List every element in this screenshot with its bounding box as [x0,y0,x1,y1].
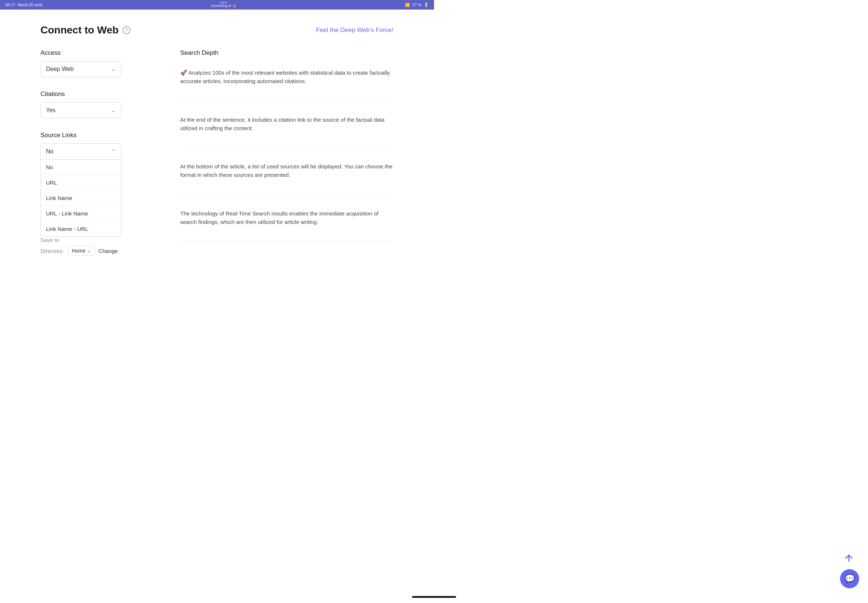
citations-value: Yes [46,107,56,114]
access-label: Access [40,49,151,57]
settings-right: Search Depth 🚀 Analyzes 100s of the most… [180,49,393,255]
status-time-date: 08:17 Mardi 20 août [5,3,42,7]
main-content: Connect to Web ? Feel the Deep Web's For… [0,9,434,285]
dropdown-item-no[interactable]: No [41,159,121,175]
wifi-icon: 📶 [405,3,410,7]
access-group: Access Deep Web ⌄ [40,49,151,77]
directory-chevron-icon: ⌄ [87,248,91,254]
access-chevron-icon: ⌄ [111,66,116,72]
citations-label: Citations [40,90,151,98]
settings-layout: Access Deep Web ⌄ Citations Yes ⌄ Source… [40,49,393,255]
citations-description-text: At the end of the sentence, it includes … [180,108,393,140]
lock-icon: 🔒 [232,4,237,8]
citations-description-block: At the end of the sentence, it includes … [180,101,393,148]
dropdown-item-linkname[interactable]: Link Name [41,190,121,206]
dropdown-item-url-linkname[interactable]: URL - Link Name [41,206,121,221]
settings-left: Access Deep Web ⌄ Citations Yes ⌄ Source… [40,49,151,255]
dropdown-item-url[interactable]: URL [41,175,121,190]
status-bar: 08:17 Mardi 20 août seowriting.ai 🔒 📶 27… [0,0,434,9]
status-right: 📶 27 % 🔋 [405,3,429,7]
source-links-description-block: At the bottom of the article, a list of … [180,147,393,195]
citations-chevron-icon: ⌄ [111,107,116,113]
search-depth-label: Search Depth [180,49,393,57]
access-value: Deep Web [46,66,74,73]
help-icon[interactable]: ? [122,26,131,34]
source-links-select[interactable]: No ⌃ [40,144,121,159]
page-title: Connect to Web [40,24,119,36]
source-links-group: Source Links No ⌃ No URL Link Name URL -… [40,131,151,237]
status-time: 08:17 [5,3,15,7]
title-row: Connect to Web ? [40,24,131,36]
status-url: seowriting.ai 🔒 [211,4,237,8]
citations-select[interactable]: Yes ⌄ [40,102,121,118]
source-links-value: No [46,148,53,155]
source-links-dropdown: No URL Link Name URL - Link Name Link Na… [40,159,121,237]
source-links-chevron-icon: ⌃ [111,148,116,155]
directory-row: Directory: Home ⌄ Change [40,246,151,255]
realtime-description-text: The technology of Real-Time Search resul… [180,202,393,234]
cta-link[interactable]: Feel the Deep Web's Force! [316,26,393,34]
dropdown-item-linkname-url[interactable]: Link Name - URL [41,221,121,237]
directory-value: Home [72,248,85,254]
citations-group: Citations Yes ⌄ [40,90,151,118]
access-select[interactable]: Deep Web ⌄ [40,61,121,77]
realtime-description-block: The technology of Real-Time Search resul… [180,195,393,241]
status-center: seowriting.ai 🔒 [211,2,237,8]
source-links-label: Source Links [40,131,151,139]
save-to-section: Save to Directory: Home ⌄ Change [40,237,151,255]
save-to-label: Save to [40,237,151,243]
directory-label: Directory: [40,248,64,254]
source-links-description-text: At the bottom of the article, a list of … [180,155,393,187]
search-depth-text: 🚀 Analyzes 100s of the most relevant web… [180,61,393,93]
status-date: Mardi 20 août [18,3,42,7]
page-header: Connect to Web ? Feel the Deep Web's For… [40,24,393,36]
search-depth-description: Search Depth 🚀 Analyzes 100s of the most… [180,49,393,101]
battery-icon: 🔋 [424,3,429,7]
change-button[interactable]: Change [99,248,118,254]
directory-select[interactable]: Home ⌄ [68,246,94,255]
battery-percent: 27 % [412,3,421,7]
window-dots [220,2,227,3]
